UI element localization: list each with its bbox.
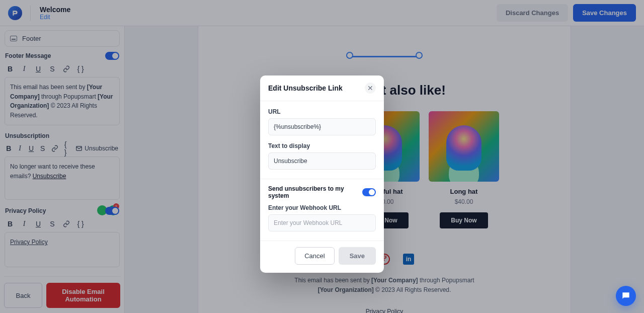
save-button[interactable]: Save bbox=[339, 247, 376, 265]
url-label: URL bbox=[268, 108, 376, 115]
edit-unsubscribe-dialog: Edit Unsubscribe Link ✕ URL Text to disp… bbox=[260, 75, 384, 273]
webhook-url-label: Enter your Webhook URL bbox=[268, 204, 376, 211]
cancel-button[interactable]: Cancel bbox=[295, 247, 334, 265]
close-icon[interactable]: ✕ bbox=[365, 83, 376, 94]
text-to-display-input[interactable] bbox=[268, 152, 376, 170]
modal-backdrop[interactable]: Edit Unsubscribe Link ✕ URL Text to disp… bbox=[0, 0, 644, 313]
support-chat-button[interactable] bbox=[616, 286, 636, 306]
dialog-title: Edit Unsubscribe Link bbox=[268, 84, 343, 92]
webhook-url-input[interactable] bbox=[268, 214, 376, 231]
url-input[interactable] bbox=[268, 118, 376, 135]
send-unsubscribers-label: Send unsubscribers to my system bbox=[268, 185, 362, 199]
chat-icon bbox=[621, 291, 631, 301]
send-unsubscribers-toggle[interactable] bbox=[362, 188, 376, 196]
text-to-display-label: Text to display bbox=[268, 142, 376, 149]
